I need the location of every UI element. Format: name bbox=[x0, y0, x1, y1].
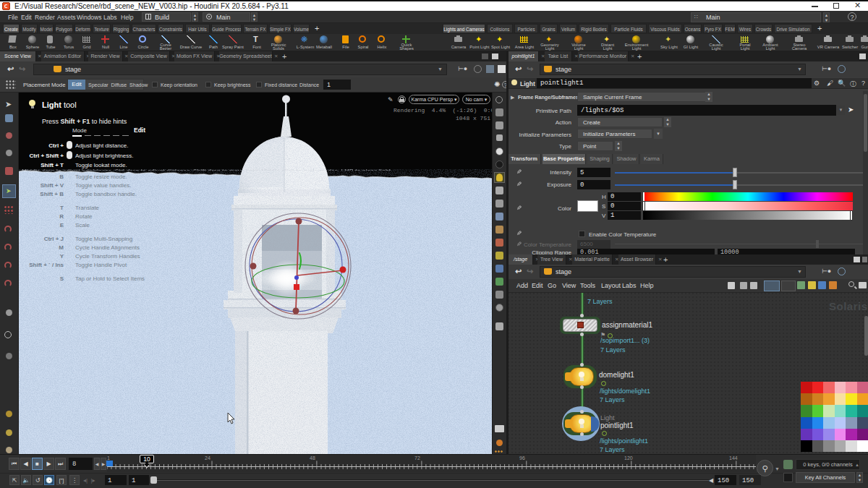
svg-text:120: 120 bbox=[624, 455, 633, 461]
svg-text:144: 144 bbox=[729, 455, 738, 461]
svg-text:1: 1 bbox=[107, 455, 110, 461]
svg-text:48: 48 bbox=[310, 455, 315, 461]
svg-text:72: 72 bbox=[414, 455, 420, 461]
svg-text:96: 96 bbox=[519, 455, 525, 461]
svg-text:24: 24 bbox=[205, 455, 210, 461]
